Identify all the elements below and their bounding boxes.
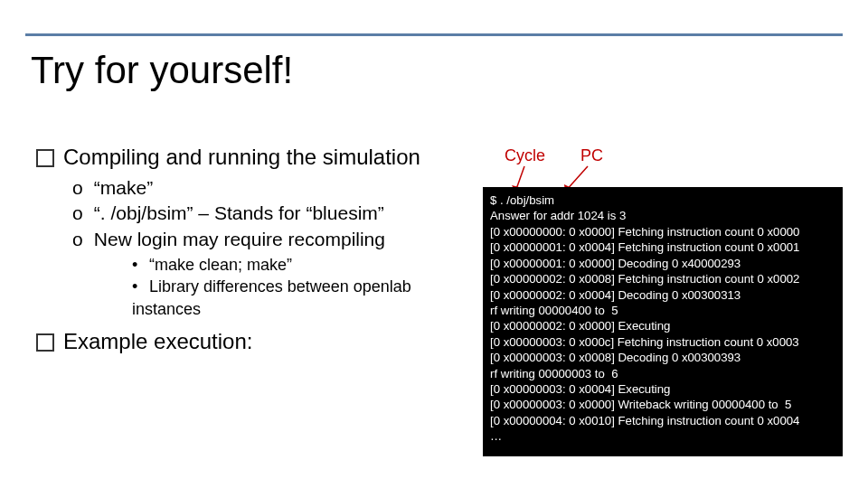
sublist-q1: o “make” o “. /obj/bsim” – Stands for “b… bbox=[72, 175, 470, 320]
circle-bullet-icon: o bbox=[72, 201, 89, 226]
label-cycle: Cycle bbox=[505, 146, 545, 165]
slide-body: Compiling and running the simulation o “… bbox=[36, 145, 470, 360]
terminal-line: [0 x00000001: 0 x0000] Decoding 0 x40000… bbox=[490, 256, 835, 271]
subsubitem-b1: • “make clean; make” bbox=[132, 254, 470, 276]
terminal-line: [0 x00000003: 0 x0000] Writeback writing… bbox=[490, 397, 835, 412]
terminal-line: rf writing 00000400 to 5 bbox=[490, 303, 835, 318]
subsubitem-b2: • Library differences between openlab in… bbox=[132, 276, 470, 320]
subitem-o3-text: New login may require recompiling bbox=[94, 229, 385, 249]
terminal-line: [0 x00000001: 0 x0004] Fetching instruct… bbox=[490, 239, 835, 255]
terminal-line: $ . /obj/bsim bbox=[490, 192, 835, 208]
sub-sublist-o3: • “make clean; make” • Library differenc… bbox=[132, 254, 470, 320]
dot-bullet-icon: • bbox=[132, 276, 145, 297]
subitem-o1: o “make” bbox=[72, 175, 470, 201]
terminal-line: [0 x00000002: 0 x0008] Fetching instruct… bbox=[490, 271, 835, 286]
terminal-line: [0 x00000003: 0 x000c] Fetching instruct… bbox=[490, 334, 835, 350]
subitem-o2-text: “. /obj/bsim” – Stands for “bluesim” bbox=[94, 202, 384, 223]
terminal-line: [0 x00000002: 0 x0004] Decoding 0 x00300… bbox=[490, 287, 835, 303]
checkbox-bullet-icon bbox=[36, 149, 54, 167]
subitem-o3: o New login may require recompiling bbox=[72, 227, 470, 252]
subsubitem-b2-text: Library differences between openlab inst… bbox=[132, 277, 411, 317]
bullet-q1-text: Compiling and running the simulation bbox=[63, 145, 420, 170]
terminal-line: [0 x00000000: 0 x0000] Fetching instruct… bbox=[490, 224, 835, 239]
terminal-line: … bbox=[490, 428, 835, 444]
subitem-o2: o “. /obj/bsim” – Stands for “bluesim” bbox=[72, 201, 470, 226]
bullet-q2: Example execution: bbox=[36, 329, 470, 354]
label-pc: PC bbox=[580, 146, 603, 165]
circle-bullet-icon: o bbox=[72, 227, 89, 252]
subsubitem-b1-text: “make clean; make” bbox=[149, 256, 292, 274]
circle-bullet-icon: o bbox=[72, 175, 89, 201]
terminal-line: [0 x00000003: 0 x0004] Executing bbox=[490, 381, 835, 397]
terminal-line: [0 x00000003: 0 x0008] Decoding 0 x00300… bbox=[490, 350, 835, 365]
slide-top-rule bbox=[25, 25, 843, 36]
terminal-line: rf writing 00000003 to 6 bbox=[490, 366, 835, 381]
dot-bullet-icon: • bbox=[132, 254, 145, 276]
terminal-line: Answer for addr 1024 is 3 bbox=[490, 208, 835, 223]
terminal-line: [0 x00000002: 0 x0000] Executing bbox=[490, 318, 835, 333]
bullet-q2-text: Example execution: bbox=[63, 329, 252, 354]
slide-title: Try for yourself! bbox=[31, 49, 293, 92]
subitem-o1-text: “make” bbox=[94, 177, 153, 198]
terminal-line: [0 x00000004: 0 x0010] Fetching instruct… bbox=[490, 413, 835, 428]
terminal-output: $ . /obj/bsim Answer for addr 1024 is 3 … bbox=[483, 187, 843, 456]
checkbox-bullet-icon bbox=[36, 333, 54, 352]
bullet-q1: Compiling and running the simulation bbox=[36, 145, 470, 170]
